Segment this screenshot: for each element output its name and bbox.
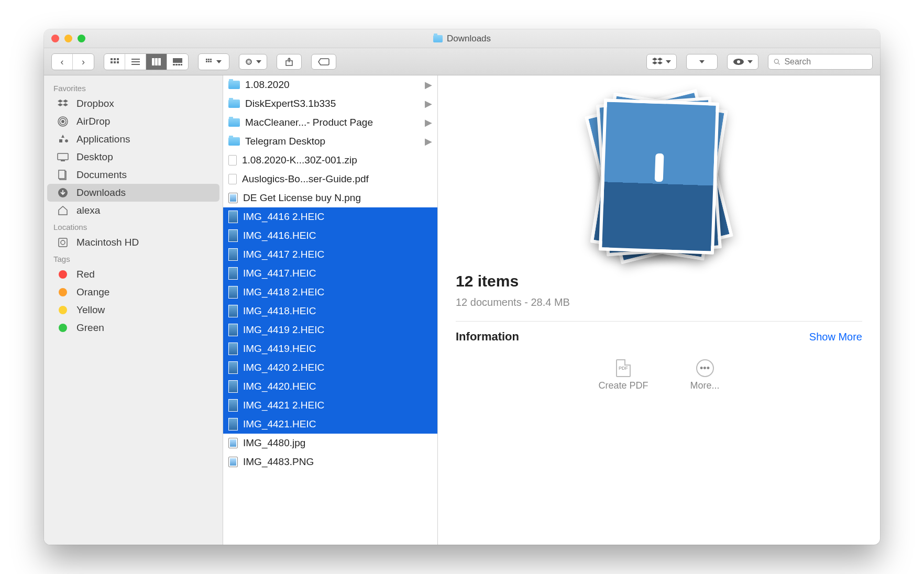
svg-rect-12 — [173, 58, 182, 63]
file-row[interactable]: IMG_4420 2.HEIC — [223, 358, 437, 377]
svg-rect-13 — [173, 64, 175, 65]
sidebar-item-label: Applications — [76, 134, 130, 145]
file-row[interactable]: IMG_4418.HEIC — [223, 302, 437, 321]
tag-icon — [57, 324, 69, 332]
sidebar-item[interactable]: Dropbox — [47, 95, 219, 113]
tag-icon — [57, 306, 69, 314]
gallery-view-button[interactable] — [167, 54, 188, 70]
file-row[interactable]: Telegram Desktop▶ — [223, 132, 437, 151]
sidebar-item[interactable]: Downloads — [47, 184, 219, 202]
minimize-button[interactable] — [64, 35, 72, 42]
image-thumb-icon — [228, 267, 238, 280]
generic-dropdown-button[interactable] — [686, 54, 718, 70]
tag-icon — [57, 288, 69, 296]
image-thumb-icon — [228, 343, 238, 355]
show-more-link[interactable]: Show More — [809, 331, 862, 343]
sidebar-item-label: Downloads — [76, 187, 126, 198]
disclosure-arrow-icon: ▶ — [425, 98, 432, 109]
toolbar: ‹ › — [44, 48, 880, 75]
file-row[interactable]: IMG_4480.jpg — [223, 434, 437, 452]
file-row[interactable]: 1.08.2020▶ — [223, 75, 437, 94]
svg-rect-11 — [158, 58, 161, 65]
share-button[interactable] — [277, 54, 302, 70]
sidebar-item[interactable]: AirDrop — [47, 113, 219, 130]
file-column: 1.08.2020▶DiskExpertS3.1b335▶MacCleaner.… — [223, 75, 438, 545]
svg-rect-21 — [208, 61, 210, 62]
quick-look-button[interactable] — [727, 54, 758, 70]
sidebar-item[interactable]: Red — [47, 266, 219, 283]
sidebar-item[interactable]: Macintosh HD — [47, 234, 219, 251]
dropbox-button[interactable] — [646, 54, 677, 70]
icon-view-button[interactable] — [104, 54, 125, 70]
folder-icon — [228, 118, 240, 127]
svg-line-28 — [778, 63, 780, 64]
file-row[interactable]: IMG_4420.HEIC — [223, 377, 437, 396]
file-row[interactable]: IMG_4417 2.HEIC — [223, 245, 437, 264]
file-row[interactable]: 1.08.2020-K...30Z-001.zip — [223, 151, 437, 170]
close-button[interactable] — [51, 35, 59, 42]
file-row[interactable]: Auslogics-Bo...ser-Guide.pdf — [223, 170, 437, 189]
image-thumb-icon — [228, 324, 238, 336]
file-row[interactable]: IMG_4417.HEIC — [223, 264, 437, 283]
file-name: IMG_4421.HEIC — [243, 418, 432, 430]
sidebar-item-label: Red — [76, 269, 95, 280]
zoom-button[interactable] — [78, 35, 85, 42]
image-thumb-icon — [228, 305, 238, 317]
sidebar-item[interactable]: Yellow — [47, 301, 219, 319]
svg-rect-37 — [59, 238, 67, 247]
search-input[interactable] — [784, 57, 867, 67]
sidebar-item[interactable]: Desktop — [47, 148, 219, 166]
sidebar-item-label: Yellow — [76, 304, 105, 316]
sidebar-item-label: Desktop — [76, 151, 113, 163]
sidebar-item-label: AirDrop — [76, 116, 110, 127]
sidebar-section-header: Favorites — [44, 81, 223, 95]
file-name: IMG_4416 2.HEIC — [243, 211, 432, 223]
arrange-button[interactable] — [199, 54, 229, 70]
file-row[interactable]: MacCleaner...- Product Page▶ — [223, 113, 437, 132]
search-icon — [774, 58, 780, 65]
search-field[interactable] — [768, 54, 873, 70]
svg-rect-9 — [152, 58, 155, 65]
sidebar-item[interactable]: Orange — [47, 283, 219, 301]
file-row[interactable]: DE Get License buy N.png — [223, 189, 437, 207]
back-button[interactable]: ‹ — [52, 54, 73, 70]
svg-rect-20 — [206, 61, 207, 62]
file-row[interactable]: IMG_4416 2.HEIC — [223, 207, 437, 226]
more-actions[interactable]: ••• More... — [690, 359, 720, 391]
sidebar-item-label: alexa — [76, 205, 100, 216]
sidebar-item[interactable]: alexa — [47, 202, 219, 219]
file-row[interactable]: IMG_4421 2.HEIC — [223, 396, 437, 415]
forward-button[interactable]: › — [73, 54, 94, 70]
file-row[interactable]: IMG_4416.HEIC — [223, 226, 437, 245]
image-thumb-icon — [228, 380, 238, 393]
sidebar-item-label: Orange — [76, 286, 109, 298]
image-thumb-icon — [228, 248, 238, 261]
file-name: IMG_4417 2.HEIC — [243, 249, 432, 260]
sidebar-item[interactable]: Green — [47, 319, 219, 337]
file-row[interactable]: IMG_4483.PNG — [223, 452, 437, 471]
svg-rect-35 — [59, 170, 65, 179]
column-view-button[interactable] — [146, 54, 167, 70]
file-row[interactable]: IMG_4421.HEIC — [223, 415, 437, 434]
svg-rect-19 — [210, 59, 212, 60]
sidebar-section-header: Locations — [44, 219, 223, 234]
svg-rect-10 — [155, 58, 158, 65]
sidebar-section-header: Tags — [44, 251, 223, 266]
dropbox-icon — [57, 100, 69, 108]
tags-button[interactable] — [311, 54, 336, 70]
image-thumb-icon — [228, 229, 238, 242]
create-pdf-label: Create PDF — [598, 380, 648, 391]
chevron-down-icon — [256, 60, 261, 63]
file-name: IMG_4421 2.HEIC — [243, 400, 432, 411]
file-row[interactable]: IMG_4419 2.HEIC — [223, 321, 437, 339]
svg-rect-33 — [61, 160, 65, 161]
file-row[interactable]: IMG_4418 2.HEIC — [223, 283, 437, 302]
divider — [456, 321, 862, 322]
create-pdf-action[interactable]: PDF Create PDF — [598, 359, 648, 391]
file-row[interactable]: IMG_4419.HEIC — [223, 339, 437, 358]
sidebar-item[interactable]: Applications — [47, 130, 219, 148]
sidebar-item[interactable]: Documents — [47, 166, 219, 184]
action-menu-button[interactable] — [239, 54, 267, 70]
file-row[interactable]: DiskExpertS3.1b335▶ — [223, 94, 437, 113]
list-view-button[interactable] — [125, 54, 146, 70]
